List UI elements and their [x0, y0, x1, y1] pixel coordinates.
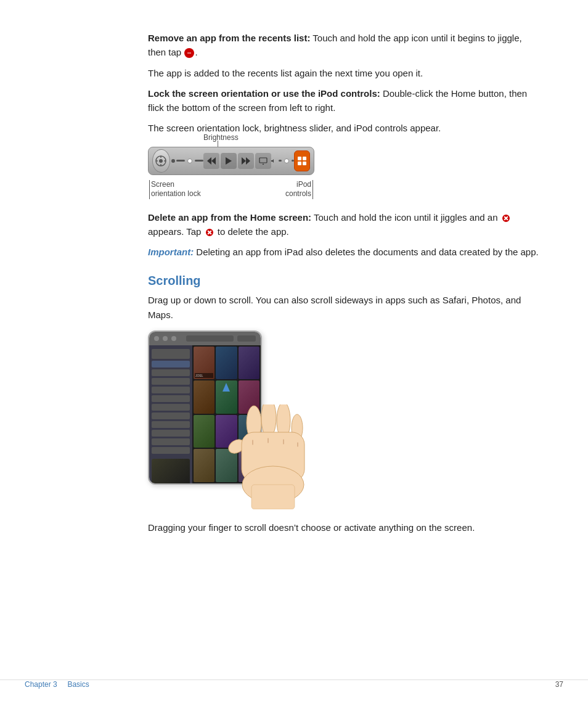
lock-screen-paragraph: Lock the screen orientation or use the i… [148, 86, 539, 115]
brightness-label: Brightness [203, 133, 239, 142]
scrolling-illustration: JOEL [148, 330, 333, 509]
ipod-right-button[interactable] [294, 150, 310, 171]
scrolling-heading: Scrolling [148, 274, 539, 288]
footer-basics-label: Basics [67, 680, 89, 689]
remove-app-paragraph: Remove an app from the recents list: Tou… [148, 31, 539, 60]
important-paragraph: Important: Deleting an app from iPad als… [148, 245, 539, 259]
svg-rect-15 [298, 157, 301, 160]
delete-app-heading: Delete an app from the Home screen: [148, 212, 311, 223]
brightness-line [218, 141, 218, 147]
orientation-lock-btn [152, 149, 170, 173]
delete-circle-icon-1 [501, 213, 511, 223]
delete-app-body3: to delete the app. [218, 226, 289, 237]
page-footer: Chapter 3 Basics 37 [0, 679, 588, 689]
volume-slider[interactable] [271, 158, 294, 163]
lock-screen-heading: Lock the screen orientation or use the i… [148, 88, 380, 99]
svg-rect-17 [298, 162, 301, 165]
ipod-transport-controls [203, 153, 271, 169]
rewind-btn[interactable] [203, 153, 219, 169]
svg-point-1 [159, 159, 163, 163]
scrolling-body: Drag up or down to scroll. You can also … [148, 293, 539, 322]
svg-rect-18 [303, 162, 306, 165]
delete-app-body2: appears. Tap [148, 226, 201, 237]
screen-orientation-label: Screenorientation lock [149, 180, 201, 199]
volume-low-icon [271, 158, 276, 163]
brightness-low-icon [170, 158, 176, 164]
svg-marker-9 [226, 157, 232, 165]
svg-rect-12 [259, 158, 267, 163]
ipod-controls-label: iPodcontrols [285, 180, 313, 199]
dragging-note: Dragging your finger to scroll doesn’t c… [148, 520, 539, 535]
ipod-bar-labels: Screenorientation lock iPodcontrols [148, 180, 314, 199]
footer-chapter: Chapter 3 Basics [25, 680, 89, 689]
svg-marker-8 [207, 157, 211, 165]
ipod-bar [148, 147, 314, 175]
important-label: Important: [148, 247, 194, 257]
svg-rect-16 [303, 157, 306, 160]
remove-app-heading: Remove an app from the recents list: [148, 33, 310, 43]
svg-point-6 [171, 159, 175, 163]
remove-app-note: The app is added to the recents list aga… [148, 66, 539, 80]
play-btn[interactable] [221, 153, 237, 169]
important-body: Deleting an app from iPad also deletes t… [196, 247, 538, 257]
svg-marker-11 [246, 157, 250, 165]
delete-app-paragraph: Delete an app from the Home screen: Touc… [148, 210, 539, 239]
brightness-slider[interactable] [176, 158, 204, 163]
ipod-controls-diagram: Brightness [148, 147, 357, 199]
svg-rect-26 [251, 485, 295, 509]
svg-marker-13 [261, 163, 265, 165]
hand-icon [210, 404, 333, 509]
delete-app-body: Touch and hold the icon until it jiggles… [314, 212, 498, 223]
delete-circle-icon-2 [205, 228, 214, 237]
footer-chapter-label: Chapter 3 [25, 680, 57, 689]
tap-icon [184, 48, 194, 58]
airplay-btn[interactable] [255, 153, 271, 169]
svg-marker-7 [211, 157, 216, 165]
svg-marker-14 [271, 159, 274, 163]
svg-marker-10 [242, 157, 246, 165]
footer-page-number: 37 [555, 680, 563, 689]
page-content: Remove an app from the recents list: Tou… [0, 0, 588, 590]
fast-forward-btn[interactable] [238, 153, 254, 169]
